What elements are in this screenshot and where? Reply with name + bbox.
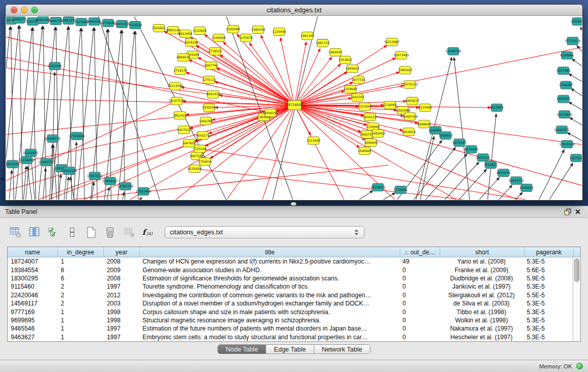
graph-node[interactable]: 12923446 (136, 187, 151, 195)
graph-edge[interactable] (295, 42, 307, 105)
graph-node[interactable]: 17016504 (559, 140, 575, 148)
graph-edge[interactable] (445, 162, 479, 200)
new-column-icon[interactable] (83, 225, 99, 240)
graph-node[interactable]: 1733426 (394, 186, 407, 193)
graph-edge[interactable] (6, 105, 295, 190)
graph-node[interactable]: 1593046 (571, 18, 582, 26)
graph-node[interactable]: 1877155 (352, 76, 365, 84)
graph-node[interactable]: 20206576 (45, 135, 61, 142)
graph-edge[interactable] (43, 26, 46, 200)
graph-node[interactable]: 1759414 (198, 158, 212, 165)
graph-node[interactable]: 1096965 (358, 147, 372, 155)
tab-node-table[interactable]: Node Table (218, 345, 266, 354)
graph-node[interactable]: 1654334 (184, 39, 198, 47)
graph-node[interactable]: 1845033 (345, 65, 359, 73)
graph-node[interactable]: 1164644 (343, 85, 357, 93)
graph-edge[interactable] (425, 154, 467, 200)
network-graph[interactable]: 8530449240557212021292069140618461714108… (6, 16, 582, 200)
column-header-in_degree[interactable]: in_degree (58, 247, 104, 257)
graph-node[interactable]: 1242004 (212, 34, 226, 42)
table-scrollbar-thumb[interactable] (574, 258, 579, 282)
graph-node[interactable]: 8860124 (166, 27, 180, 34)
graph-node[interactable]: 12213967 (384, 38, 400, 46)
graph-node[interactable]: 9115460 (418, 104, 432, 112)
graph-edge[interactable] (295, 58, 396, 105)
graph-node[interactable]: 1961304 (300, 32, 314, 40)
close-panel-icon[interactable]: ✕ (573, 207, 583, 216)
table-row[interactable]: 1938455462009Genome-wide association stu… (8, 266, 573, 274)
graph-node[interactable]: 1664091 (329, 49, 342, 56)
graph-node[interactable]: 12942757 (38, 158, 54, 166)
graph-node[interactable]: 9329966 (560, 52, 574, 59)
graph-node[interactable]: 1513445 (307, 137, 320, 144)
graph-edge[interactable] (570, 118, 582, 126)
graph-node[interactable]: 16150681 (23, 149, 39, 157)
column-header-out_de[interactable]: △out_de… (400, 247, 440, 257)
graph-edge[interactable] (24, 166, 26, 200)
graph-node[interactable]: 1718532 (208, 48, 222, 55)
graph-node[interactable]: 10973493 (393, 52, 409, 59)
graph-node[interactable]: 9245652 (520, 184, 534, 191)
column-header-pagerank[interactable]: pagerank (525, 247, 574, 257)
graph-edge[interactable] (38, 27, 55, 200)
graph-node[interactable]: 3097743 (204, 62, 218, 70)
panel-collapse-arrow[interactable]: ◀ (0, 176, 4, 181)
graph-node[interactable]: 1125443 (272, 28, 286, 36)
graph-node[interactable]: 7515526 (128, 21, 142, 29)
graph-node[interactable]: 1981723 (316, 39, 330, 47)
close-window-button[interactable] (11, 7, 17, 13)
graph-node[interactable]: 1321646 (358, 103, 372, 111)
graph-node[interactable]: 1527602 (75, 18, 89, 26)
graph-node[interactable]: 7852423 (173, 112, 187, 119)
graph-edge[interactable] (37, 105, 294, 200)
graph-node[interactable]: 3915919 (6, 160, 19, 168)
graph-node[interactable]: 1647650 (182, 139, 196, 147)
graph-edge[interactable] (549, 163, 573, 200)
graph-node[interactable]: 12213569 (167, 82, 183, 90)
table-row[interactable]: 946554611997Estimation of the future num… (8, 324, 573, 333)
graph-edge[interactable] (479, 178, 499, 200)
graph-edge[interactable] (6, 101, 177, 180)
graph-edge[interactable] (569, 102, 582, 110)
table-selector-dropdown[interactable]: citations_edges.txt (165, 226, 364, 238)
graph-edge[interactable] (569, 74, 582, 82)
graph-node[interactable]: 1810747 (351, 94, 364, 101)
table-row[interactable]: 1456911722003Disruption of a novel membe… (8, 299, 573, 308)
graph-edge[interactable] (98, 16, 160, 200)
graph-node[interactable]: 8471676 (497, 169, 511, 177)
graph-edge[interactable] (454, 57, 470, 200)
graph-node[interactable]: 17359928 (69, 132, 85, 140)
tab-network-table[interactable]: Network Table (314, 345, 370, 354)
table-scrollbar[interactable] (573, 257, 580, 341)
graph-edge[interactable] (577, 46, 582, 52)
table-mode-icon[interactable] (7, 225, 24, 240)
table-row[interactable]: 1830029562008Estimation of significance … (8, 274, 573, 282)
graph-node[interactable]: 1956788 (199, 117, 213, 125)
graph-node[interactable]: 9227343 (557, 67, 571, 75)
graph-node[interactable]: 6679197 (452, 139, 466, 146)
graph-node[interactable]: 7485063 (398, 67, 412, 74)
graph-node[interactable]: 17957223 (87, 172, 103, 180)
float-panel-icon[interactable] (562, 207, 573, 216)
minimize-window-button[interactable] (21, 7, 28, 13)
graph-edge[interactable] (108, 29, 111, 200)
graph-node[interactable]: 1553812 (338, 56, 352, 64)
graph-node[interactable]: 9091433 (206, 91, 220, 98)
graph-edge[interactable] (220, 55, 294, 105)
graph-edge[interactable] (6, 27, 10, 200)
graph-node[interactable]: 15751074 (565, 37, 581, 45)
graph-edge[interactable] (43, 168, 46, 200)
graph-node[interactable]: 16648784 (446, 48, 462, 55)
graph-edge[interactable] (459, 169, 487, 200)
graph-node[interactable]: 6466162 (88, 18, 101, 26)
selection-mode-icon[interactable] (45, 225, 61, 240)
graph-node[interactable]: 18300295 (263, 109, 278, 117)
graph-node[interactable]: 10958107 (102, 177, 118, 185)
zoom-window-button[interactable] (31, 7, 38, 13)
graph-edge[interactable] (118, 31, 135, 200)
table-row[interactable]: 1872400712008Changes of HCN gene express… (8, 257, 573, 266)
graph-node[interactable]: 1275478 (239, 34, 253, 42)
table-row[interactable]: 969969511998Structural magnetic resonanc… (8, 316, 573, 324)
graph-edge[interactable] (572, 59, 582, 67)
graph-edge[interactable] (571, 89, 582, 96)
